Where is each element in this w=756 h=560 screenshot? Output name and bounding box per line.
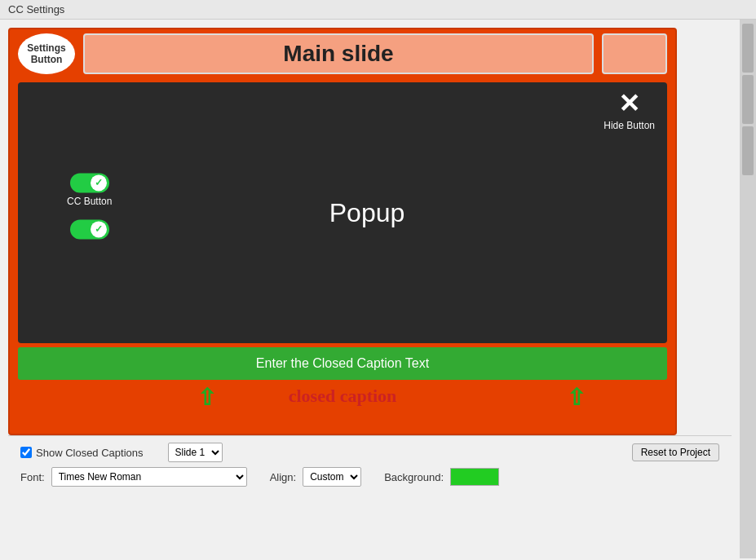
show-cc-row: Show Closed Captions [20,447,144,459]
right-sidebar [740,20,756,558]
annotation-text-area: closed caption [289,386,397,407]
sidebar-button-1[interactable] [742,24,754,73]
bottom-controls: Show Closed Captions Slide 1 Slide 2 Sli… [8,435,732,492]
cc-text-bar[interactable]: Enter the Closed Caption Text [18,347,667,380]
sidebar-button-3[interactable] [742,126,754,175]
controls-row-2: Font: Times New Roman Arial Helvetica Ge… [20,467,719,487]
arrow-up-right: ⇧ [567,385,586,410]
popup-text: Popup [329,198,405,228]
show-cc-checkbox[interactable] [20,447,32,458]
check-icon-2: ✓ [95,223,103,235]
cc-text-content: Enter the Closed Caption Text [256,356,429,371]
slide-selector-row: Slide 1 Slide 2 Slide 3 [168,443,223,462]
slide-dropdown[interactable]: Slide 1 Slide 2 Slide 3 [168,443,223,462]
font-label: Font: [20,471,45,483]
slide-title-box: Main slide [83,33,594,74]
cc-button-label: CC Button [67,196,112,207]
controls-row-1: Show Closed Captions Slide 1 Slide 2 Sli… [20,443,719,462]
toggle-knob: ✓ [91,174,107,191]
toggle-knob-2: ✓ [91,221,107,237]
window-title-bar: CC Settings [0,0,756,20]
annotation-text: closed caption [289,386,397,406]
cc-toggle-item: ✓ CC Button [67,173,112,207]
settings-button[interactable]: Settings Button [18,33,75,74]
close-icon: ✕ [618,90,640,117]
slide-title-text: Main slide [283,41,393,67]
reset-to-project-button[interactable]: Reset to Project [632,443,719,461]
show-cc-label: Show Closed Captions [36,447,144,459]
background-label: Background: [384,471,444,483]
font-dropdown[interactable]: Times New Roman Arial Helvetica Georgia … [51,467,247,487]
align-dropdown[interactable]: Custom Left Center Right [303,467,361,487]
window-title: CC Settings [8,3,64,15]
toggles-area: ✓ CC Button ✓ [67,173,112,239]
align-label: Align: [270,471,297,483]
hide-button[interactable]: ✕ Hide Button [603,90,655,131]
check-icon: ✓ [95,177,103,188]
right-arrow: ⇧ [567,384,586,411]
cc-toggle[interactable]: ✓ [70,173,109,192]
left-arrow: ⇧ [197,384,216,411]
hide-button-label: Hide Button [603,120,655,131]
arrow-up-left: ⇧ [197,385,216,410]
sidebar-button-2[interactable] [742,75,754,124]
preview-container: Settings Button Main slide ✕ Hide Button [8,28,677,435]
main-area: Settings Button Main slide ✕ Hide Button [0,20,756,558]
second-toggle[interactable]: ✓ [70,219,109,239]
annotation-area: ⇧ closed caption ⇧ [18,384,667,429]
background-color-picker[interactable] [450,468,499,486]
preview-header: Settings Button Main slide [10,29,675,78]
second-toggle-item: ✓ [67,219,112,239]
slide-title-right-box [602,33,667,74]
content-panel: Settings Button Main slide ✕ Hide Button [0,20,740,558]
popup-panel: ✕ Hide Button ✓ CC Button [18,82,667,343]
